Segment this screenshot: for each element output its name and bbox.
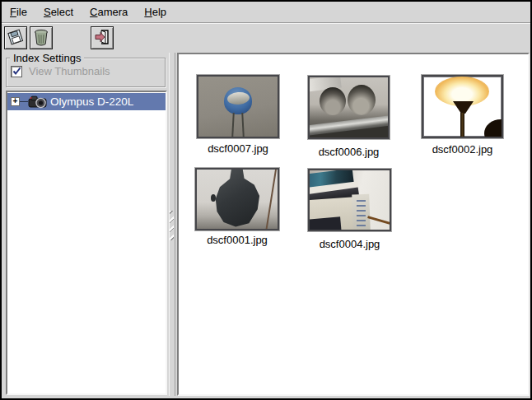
camera-tree-item-olympus[interactable]: + Olympus D-220L (7, 93, 166, 110)
thumbnail-image-detail (357, 200, 366, 226)
thumbnail-image-detail (211, 194, 216, 202)
exit-button[interactable] (91, 26, 114, 49)
thumbnail-dscf0001[interactable] (195, 168, 279, 230)
menu-help-accesskey: H (144, 6, 152, 18)
thumbnail-dscf0004[interactable] (308, 169, 391, 231)
tree-connector-line (20, 101, 28, 102)
menu-camera-label: amera (98, 6, 128, 18)
thumbnail-dscf0002[interactable] (422, 75, 503, 138)
thumbnail-filename[interactable]: dscf0002.jpg (422, 143, 503, 156)
splitter-grip-icon (170, 211, 174, 240)
gtkam-window: File Select Camera Help (0, 0, 532, 400)
menu-select[interactable]: Select (44, 6, 73, 18)
tree-expander-icon[interactable]: + (11, 97, 20, 106)
thumbnail-view-panel: dscf0007.jpg dscf0006.jpg dscf0002.jpg d… (177, 53, 530, 396)
exit-door-icon (93, 28, 111, 49)
thumbnail-filename[interactable]: dscf0006.jpg (308, 146, 390, 158)
menu-help-label: elp (152, 6, 166, 18)
menu-file[interactable]: File (10, 6, 27, 18)
thumbnail-filename[interactable]: dscf0001.jpg (195, 234, 279, 246)
menu-camera[interactable]: Camera (90, 6, 128, 18)
trash-icon (32, 27, 50, 49)
save-button[interactable] (4, 26, 27, 49)
index-settings-title: Index Settings (10, 52, 84, 64)
view-thumbnails-row: View Thumbnails (11, 65, 110, 77)
menu-help[interactable]: Help (144, 6, 166, 18)
pane-splitter[interactable] (169, 53, 175, 396)
thumbnail-image-detail (348, 85, 376, 115)
checkmark-icon (12, 67, 21, 76)
menu-camera-accesskey: C (90, 6, 97, 18)
view-thumbnails-checkbox[interactable] (11, 66, 22, 77)
camera-name-label: Olympus D-220L (50, 95, 133, 108)
delete-button[interactable] (30, 26, 53, 49)
camera-icon (28, 95, 49, 113)
menu-bar: File Select Camera Help (2, 2, 530, 23)
thumbnail-image-detail (460, 113, 464, 137)
thumbnail-dscf0006[interactable] (308, 76, 390, 139)
menu-select-label: elect (51, 6, 73, 18)
thumbnail-image-detail (308, 216, 342, 231)
menu-file-label: ile (16, 6, 27, 18)
view-thumbnails-label: View Thumbnails (29, 65, 110, 77)
floppy-disk-icon (6, 27, 26, 49)
menu-file-accesskey: F (10, 6, 16, 18)
thumbnail-image-detail (320, 87, 346, 115)
thumbnail-filename[interactable]: dscf0004.jpg (308, 238, 391, 250)
menu-select-accesskey: S (44, 6, 51, 18)
index-settings-frame: Index Settings View Thumbnails (6, 58, 166, 87)
thumbnail-filename[interactable]: dscf0007.jpg (197, 142, 279, 155)
thumbnail-dscf0007[interactable] (197, 75, 279, 138)
camera-tree-panel: + Olympus D-220L (6, 91, 167, 395)
